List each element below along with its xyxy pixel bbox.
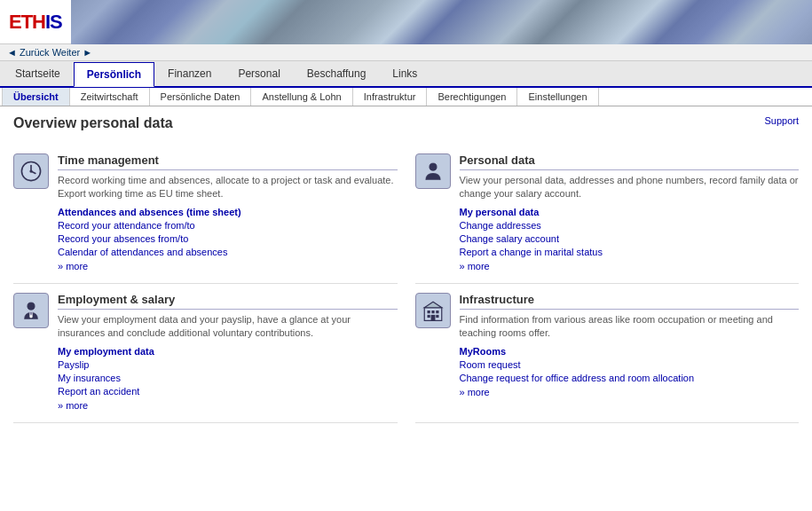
card-title-infrastructure: Infrastructure [460, 293, 800, 310]
support-link[interactable]: Support [764, 115, 799, 126]
svg-rect-12 [427, 315, 430, 318]
card-time-management: Time managementRecord working time and a… [13, 145, 398, 284]
nav-item-startseite[interactable]: Startseite [2, 61, 74, 86]
nav-item-beschaffung[interactable]: Beschaffung [294, 61, 380, 86]
header-banner [71, 0, 812, 44]
nav-item-persönlich[interactable]: Persönlich [74, 62, 154, 87]
svg-rect-13 [436, 315, 438, 318]
sub-nav-item-infrastruktur[interactable]: Infrastruktur [353, 88, 428, 106]
card-link-personal-data-3[interactable]: Report a change in marital status [460, 247, 800, 257]
card-desc-infrastructure: Find information from various areas like… [460, 313, 800, 341]
breadcrumb-bar: ◄ Zurück Weiter ► [0, 44, 812, 61]
forward-link[interactable]: Weiter ► [52, 47, 93, 58]
back-link[interactable]: ◄ Zurück [7, 47, 50, 58]
nav-item-personal[interactable]: Personal [225, 61, 293, 86]
card-link-infrastructure-2[interactable]: Change request for office address and ro… [460, 373, 800, 383]
eth-logo: ETHIS [9, 11, 62, 34]
sub-nav-item-persönliche-daten[interactable]: Persönliche Daten [150, 88, 252, 106]
card-link-time-management-4[interactable]: » more [58, 261, 398, 271]
card-infrastructure: InfrastructureFind information from vari… [415, 284, 800, 423]
svg-rect-14 [430, 315, 435, 321]
page-title: Overview personal data [13, 115, 173, 131]
card-link-time-management-0[interactable]: Attendances and absences (time sheet) [58, 207, 398, 217]
content: Overview personal data Support Time mana… [0, 106, 812, 432]
card-link-personal-data-0[interactable]: My personal data [460, 207, 800, 217]
card-title-time-management: Time management [58, 153, 398, 170]
logo-area: ETHIS [0, 11, 71, 34]
cards-grid: Time managementRecord working time and a… [13, 145, 799, 423]
page-header: Overview personal data Support [13, 115, 799, 131]
card-body-employment-salary: Employment & salaryView your employment … [58, 293, 398, 413]
person-tie-icon [13, 293, 49, 328]
person-icon [415, 153, 451, 189]
sub-nav-item-einstellungen[interactable]: Einstellungen [517, 88, 598, 106]
svg-point-3 [29, 169, 32, 172]
svg-rect-11 [436, 311, 438, 313]
card-link-employment-salary-4[interactable]: » more [58, 400, 398, 411]
card-link-infrastructure-0[interactable]: MyRooms [460, 346, 800, 357]
svg-point-4 [429, 163, 436, 170]
header: ETHIS [0, 0, 812, 44]
card-body-time-management: Time managementRecord working time and a… [58, 153, 398, 274]
nav-item-finanzen[interactable]: Finanzen [154, 61, 225, 86]
card-desc-employment-salary: View your employment data and your paysl… [58, 313, 398, 341]
card-link-employment-salary-1[interactable]: Payslip [58, 359, 398, 370]
card-link-infrastructure-3[interactable]: » more [460, 387, 800, 397]
sub-nav-item-berechtigungen[interactable]: Berechtigungen [427, 88, 517, 106]
card-link-personal-data-1[interactable]: Change addresses [460, 220, 800, 231]
sub-nav-item-zeitwirtschaft[interactable]: Zeitwirtschaft [70, 88, 150, 106]
svg-rect-9 [427, 311, 430, 313]
card-link-time-management-1[interactable]: Record your attendance from/to [58, 220, 398, 231]
card-link-time-management-2[interactable]: Record your absences from/to [58, 233, 398, 244]
card-desc-personal-data: View your personal data, addresses and p… [460, 174, 800, 201]
card-title-employment-salary: Employment & salary [58, 293, 398, 310]
card-title-personal-data: Personal data [460, 153, 800, 170]
card-link-infrastructure-1[interactable]: Room request [460, 359, 800, 370]
svg-rect-10 [431, 311, 434, 313]
card-link-employment-salary-0[interactable]: My employment data [58, 346, 398, 357]
card-body-personal-data: Personal dataView your personal data, ad… [460, 153, 800, 274]
card-link-time-management-3[interactable]: Calendar of attendances and absences [58, 247, 398, 257]
card-employment-salary: Employment & salaryView your employment … [13, 284, 398, 423]
sub-nav-item-anstellung-lohn[interactable]: Anstellung & Lohn [251, 88, 352, 106]
card-body-infrastructure: InfrastructureFind information from vari… [460, 293, 800, 413]
card-personal-data: Personal dataView your personal data, ad… [415, 145, 800, 284]
clock-icon [13, 153, 49, 189]
svg-marker-15 [424, 302, 442, 308]
nav-item-links[interactable]: Links [379, 61, 430, 86]
card-link-employment-salary-3[interactable]: Report an accident [58, 386, 398, 397]
sub-nav: ÜbersichtZeitwirtschaftPersönliche Daten… [0, 88, 812, 106]
card-link-employment-salary-2[interactable]: My insurances [58, 373, 398, 383]
sub-nav-item-übersicht[interactable]: Übersicht [2, 88, 70, 106]
card-desc-time-management: Record working time and absences, alloca… [58, 174, 398, 201]
main-nav: StartseitePersönlichFinanzenPersonalBesc… [0, 61, 812, 88]
svg-point-5 [28, 303, 35, 310]
building-icon [415, 293, 451, 328]
card-link-personal-data-2[interactable]: Change salary account [460, 233, 800, 244]
card-link-personal-data-4[interactable]: » more [460, 261, 800, 271]
